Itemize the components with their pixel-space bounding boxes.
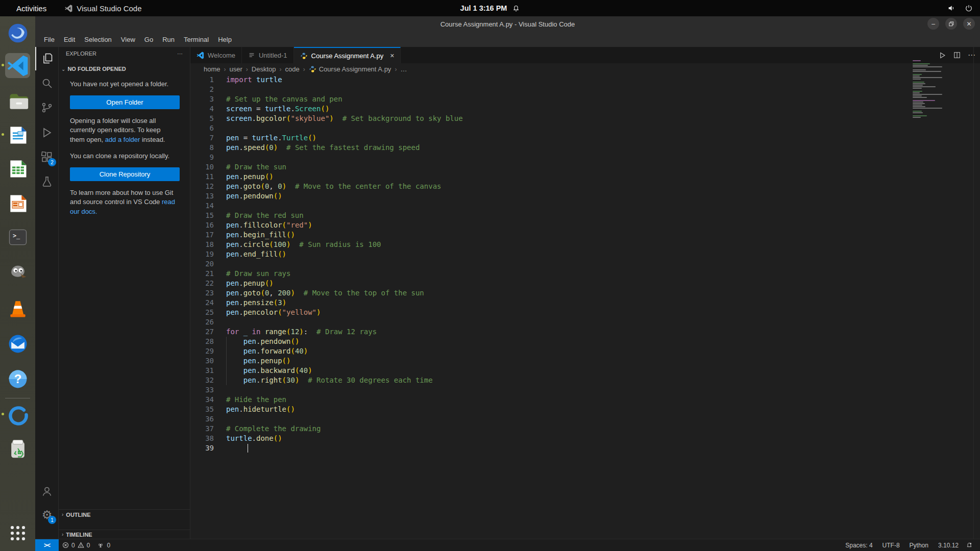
code-line[interactable]: 22pen.penup() xyxy=(190,279,980,288)
menu-run[interactable]: Run xyxy=(158,34,179,45)
code-line[interactable]: 7pen = turtle.Turtle() xyxy=(190,133,980,143)
code-line[interactable]: 32 pen.right(30) # Rotate 30 degrees eac… xyxy=(190,375,980,385)
code-line[interactable]: 29 pen.forward(40) xyxy=(190,346,980,356)
close-button[interactable]: ✕ xyxy=(963,18,975,30)
status-python[interactable]: Python xyxy=(907,542,931,549)
status-spaces-4[interactable]: Spaces: 4 xyxy=(843,542,875,549)
add-a-folder-link[interactable]: add a folder xyxy=(105,136,140,143)
run-debug-icon[interactable] xyxy=(35,121,59,144)
source-control-icon[interactable] xyxy=(35,96,59,119)
search-icon[interactable] xyxy=(35,71,59,95)
dock-libreoffice-impress-icon[interactable] xyxy=(5,191,30,216)
run-button[interactable] xyxy=(939,52,946,59)
dock-help-icon[interactable]: ? xyxy=(5,366,30,391)
code-line[interactable]: 31 pen.backward(40) xyxy=(190,366,980,375)
code-line[interactable]: 21# Draw sun rays xyxy=(190,269,980,279)
code-line[interactable]: 15# Draw the red sun xyxy=(190,211,980,220)
scrollbar[interactable] xyxy=(973,47,980,539)
timeline-section[interactable]: › TIMELINE xyxy=(59,530,190,539)
minimize-button[interactable]: – xyxy=(927,18,939,30)
code-line[interactable]: 34# Hide the pen xyxy=(190,395,980,405)
code-line[interactable]: 2 xyxy=(190,85,980,94)
settings-gear-icon[interactable]: ⚙ 1 xyxy=(35,503,59,527)
remote-indicator[interactable]: >< xyxy=(35,539,59,551)
code-line[interactable]: 33 xyxy=(190,385,980,395)
dock-trash-icon[interactable] xyxy=(5,436,30,461)
close-tab-icon[interactable]: × xyxy=(390,52,394,60)
dock-libreoffice-calc-icon[interactable] xyxy=(5,156,30,181)
restore-button[interactable] xyxy=(945,18,957,30)
breadcrumb-item[interactable]: code xyxy=(285,65,300,73)
code-editor[interactable]: 1import turtle23# Set up the canvas and … xyxy=(190,75,980,539)
tab-welcome[interactable]: Welcome xyxy=(190,47,242,63)
code-line[interactable]: 18pen.circle(100) # Sun radius is 100 xyxy=(190,240,980,249)
dock-firefox-icon[interactable] xyxy=(5,20,30,45)
dock-show-apps-icon[interactable] xyxy=(5,520,30,545)
ports-indicator[interactable]: 0 xyxy=(93,539,114,551)
menu-go[interactable]: Go xyxy=(140,34,158,45)
split-editor-icon[interactable] xyxy=(953,52,961,59)
dock-gimp-icon[interactable] xyxy=(5,257,30,282)
tab-course-assignment-a-py[interactable]: Course Assignment A.py× xyxy=(294,47,401,63)
code-line[interactable]: 20 xyxy=(190,259,980,269)
code-line[interactable]: 25pen.pencolor("yellow") xyxy=(190,308,980,317)
code-line[interactable]: 39 xyxy=(190,443,980,453)
open-folder-button[interactable]: Open Folder xyxy=(70,95,180,109)
clock[interactable]: Jul 1 3:16 PM xyxy=(460,4,520,12)
activities-button[interactable]: Activities xyxy=(12,3,51,14)
section-no-folder-opened[interactable]: ⌄ NO FOLDER OPENED xyxy=(59,63,190,74)
code-line[interactable]: 6 xyxy=(190,123,980,133)
code-line[interactable]: 12pen.goto(0, 0) # Move to the center of… xyxy=(190,182,980,191)
menu-view[interactable]: View xyxy=(116,34,140,45)
notifications-bell-icon[interactable] xyxy=(966,542,973,549)
sidebar-more-actions[interactable]: ··· xyxy=(177,51,183,57)
code-line[interactable]: 11pen.penup() xyxy=(190,172,980,182)
menu-edit[interactable]: Edit xyxy=(59,34,80,45)
problems-indicator[interactable]: 0 0 xyxy=(59,539,93,551)
code-line[interactable]: 3# Set up the canvas and pen xyxy=(190,94,980,104)
explorer-icon[interactable] xyxy=(35,47,59,70)
minimap[interactable] xyxy=(913,60,944,120)
code-line[interactable]: 36 xyxy=(190,414,980,424)
code-line[interactable]: 27for _ in range(12): # Draw 12 rays xyxy=(190,327,980,337)
code-line[interactable]: 16pen.fillcolor("red") xyxy=(190,220,980,230)
code-line[interactable]: 35pen.hideturtle() xyxy=(190,405,980,414)
code-line[interactable]: 19pen.end_fill() xyxy=(190,249,980,259)
account-icon[interactable] xyxy=(35,480,59,503)
code-line[interactable]: 23pen.goto(0, 200) # Move to the top of … xyxy=(190,288,980,298)
code-line[interactable]: 4screen = turtle.Screen() xyxy=(190,104,980,114)
system-tray[interactable] xyxy=(947,4,973,12)
dock-software-updater-icon[interactable] xyxy=(5,402,30,427)
code-line[interactable]: 9 xyxy=(190,153,980,162)
code-line[interactable]: 24pen.pensize(3) xyxy=(190,298,980,308)
clone-repository-button[interactable]: Clone Repository xyxy=(70,167,180,181)
outline-section[interactable]: › OUTLINE xyxy=(59,509,190,519)
menu-file[interactable]: File xyxy=(39,34,59,45)
dock-files-icon[interactable] xyxy=(5,89,30,114)
dock-thunderbird-icon[interactable] xyxy=(5,331,30,356)
dock-terminal-icon[interactable]: >_ xyxy=(5,224,30,249)
breadcrumb-item[interactable]: user xyxy=(230,65,242,73)
breadcrumb-item[interactable]: Course Assignment A.py xyxy=(309,65,391,73)
code-line[interactable]: 13pen.pendown() xyxy=(190,191,980,201)
dock-vlc-icon[interactable] xyxy=(5,296,30,321)
breadcrumb-item[interactable]: … xyxy=(400,65,407,73)
code-line[interactable]: 5screen.bgcolor("skyblue") # Set backgro… xyxy=(190,114,980,123)
read-our-docs-link[interactable]: read xyxy=(162,198,175,206)
menu-terminal[interactable]: Terminal xyxy=(179,34,213,45)
status-utf-8[interactable]: UTF-8 xyxy=(880,542,902,549)
code-line[interactable]: 30 pen.penup() xyxy=(190,356,980,366)
menu-selection[interactable]: Selection xyxy=(80,34,116,45)
dock-vscode-icon[interactable] xyxy=(5,53,30,78)
window-titlebar[interactable]: Course Assignment A.py - Visual Studio C… xyxy=(35,16,980,32)
code-line[interactable]: 37# Complete the drawing xyxy=(190,424,980,434)
status-3.10.12[interactable]: 3.10.12 xyxy=(936,542,961,549)
breadcrumb-item[interactable]: home xyxy=(204,65,220,73)
code-line[interactable]: 38turtle.done() xyxy=(190,434,980,443)
code-line[interactable]: 10# Draw the sun xyxy=(190,162,980,172)
code-line[interactable]: 17pen.begin_fill() xyxy=(190,230,980,240)
code-line[interactable]: 8pen.speed(0) # Set the fastest drawing … xyxy=(190,143,980,153)
extensions-icon[interactable]: 2 xyxy=(35,145,59,169)
code-line[interactable]: 28 pen.pendown() xyxy=(190,337,980,346)
tab-untitled-1[interactable]: Untitled-1 xyxy=(242,47,294,63)
